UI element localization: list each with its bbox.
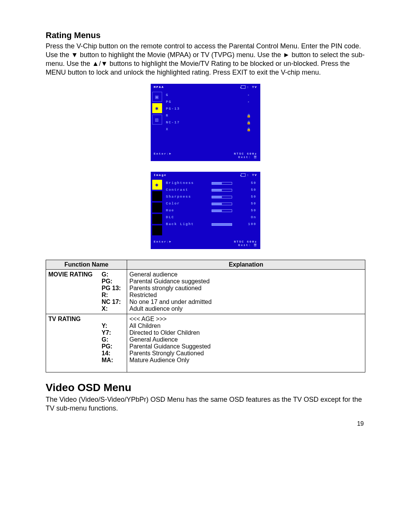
- osd-mpaa-title: MPAA: [154, 85, 164, 89]
- rating-key: X:: [102, 305, 124, 312]
- cell-tv-explanation: <<< AGE >>>All ChildrenDirected to Older…: [127, 314, 365, 372]
- input-icon: [241, 85, 245, 89]
- rating-menus-paragraph: Press the V-Chip button on the remote co…: [46, 42, 365, 77]
- rating-explanation: All Children: [129, 323, 363, 329]
- video-osd-paragraph: The Video (Video/S-Video/YPbPr) OSD Menu…: [46, 395, 365, 413]
- setting-label: Contrast: [166, 188, 201, 192]
- osd-mpaa-enter-hint: Enter:►: [154, 152, 172, 159]
- osd-mpaa-row: R🔒: [166, 112, 256, 119]
- osd-mpaa-row: PG-13: [166, 105, 256, 112]
- rating-explanation: General Audience: [129, 336, 363, 343]
- blank-icon: [152, 225, 162, 235]
- rating-key: 14:: [102, 350, 124, 357]
- lock-icon: 🔒: [241, 128, 256, 132]
- setting-value: 50: [245, 188, 256, 192]
- setting-value: 50: [245, 202, 256, 206]
- rating-menus-heading: Rating Menus: [46, 30, 365, 40]
- osd-image-row: Back Light100: [166, 221, 256, 228]
- rating-explanation: No one 17 and under admitted: [129, 299, 363, 305]
- rating-label: G: [166, 93, 201, 97]
- movie-rating-title: MOVIE RATING: [48, 271, 102, 278]
- slider-bar: [212, 189, 232, 192]
- rating-explanation: Mature Audience Only: [129, 357, 363, 364]
- osd-image-source: : TV: [241, 173, 257, 177]
- rating-key: PG 13:: [102, 285, 124, 292]
- osd-mpaa-row: G-: [166, 92, 256, 99]
- dash-icon: -: [241, 93, 256, 97]
- osd-mpaa-row: X🔒: [166, 126, 256, 133]
- lock-icon: 🔒: [241, 114, 256, 118]
- rating-explanation: Directed to Older Children: [129, 329, 363, 336]
- rating-key: PG:: [102, 278, 124, 285]
- setting-label: Back Light: [166, 222, 201, 226]
- rating-key: Y7:: [102, 329, 124, 336]
- page-number: 19: [46, 420, 365, 427]
- rating-label: NC-17: [166, 121, 201, 125]
- setting-label: Hue: [166, 209, 201, 212]
- rating-explanation: Adult audience only: [129, 305, 363, 312]
- th-explanation: Explanation: [127, 260, 365, 270]
- slider-bar: [212, 223, 232, 226]
- rating-explanation: Parents Strongly Cautioned: [129, 350, 363, 357]
- osd-mpaa-rows: G-PG-PG-13R🔒NC-17🔒X🔒: [164, 90, 260, 151]
- tv-icon: ▣: [152, 92, 162, 102]
- osd-image-row: Brightness50: [166, 180, 256, 187]
- th-function-name: Function Name: [46, 260, 127, 270]
- speaker-icon: ▥: [152, 115, 162, 125]
- osd-image-row: Sharpness50: [166, 193, 256, 200]
- blank-icon: [152, 191, 162, 201]
- rating-explanation: Parental Guidance suggested: [129, 278, 363, 285]
- rating-label: X: [166, 128, 201, 131]
- video-osd-heading: Video OSD Menu: [46, 382, 365, 394]
- osd-image-enter-hint: Enter:►: [154, 240, 172, 247]
- rating-key: NC 17:: [102, 299, 124, 305]
- osd-image-row: DLCOn: [166, 214, 256, 221]
- osd-mpaa-row: NC-17🔒: [166, 119, 256, 126]
- image-icon: ✱: [152, 180, 162, 190]
- age-header: <<< AGE >>>: [129, 316, 363, 323]
- osd-image-iconcol: ✱: [151, 178, 164, 239]
- dash-icon: -: [241, 100, 256, 104]
- rating-key: MA:: [102, 357, 124, 364]
- rating-explanation: General audience: [129, 271, 363, 278]
- osd-image-title: Image: [154, 173, 167, 177]
- slider-bar: [212, 203, 232, 205]
- setting-value: On: [245, 216, 256, 219]
- setting-label: Color: [166, 202, 201, 206]
- osd-mpaa-row: PG-: [166, 99, 256, 105]
- rating-explanation: Parental Guidance Suggested: [129, 343, 363, 350]
- cell-movie-rating: MOVIE RATINGG:PG:PG 13:R:NC 17:X:: [46, 270, 127, 314]
- blank-icon: [152, 203, 162, 212]
- setting-label: Brightness: [166, 181, 201, 185]
- osd-mpaa: MPAA : TV ▣ ✱ ▥ G-PG-PG-13R🔒NC-17🔒X🔒 Ent…: [151, 84, 260, 161]
- rating-explanation: Parents strongly cautioned: [129, 285, 363, 292]
- osd-image-row: Hue50: [166, 207, 256, 214]
- setting-value: 50: [245, 181, 256, 185]
- osd-mpaa-status: NTSC 60Hz Exit: ☰: [234, 152, 257, 159]
- cell-tv-rating: TV RATINGY:Y7:G:PG:14:MA:: [46, 314, 127, 372]
- setting-value: 50: [245, 195, 256, 199]
- setting-label: Sharpness: [166, 195, 201, 199]
- osd-image-rows: Brightness50Contrast50Sharpness50Color50…: [164, 178, 260, 239]
- cell-movie-explanation: General audienceParental Guidance sugges…: [127, 270, 365, 314]
- osd-image: Image : TV ✱ Brightness50Contrast50Sharp…: [151, 172, 260, 249]
- setting-label: DLC: [166, 216, 201, 219]
- rating-key: G:: [102, 271, 124, 278]
- rating-explanation: Restricted: [129, 292, 363, 299]
- slider-bar: [212, 196, 232, 198]
- osd-image-status: NTSC 60Hz Exit: ☰: [234, 240, 257, 247]
- lock-icon: 🔒: [241, 121, 256, 125]
- input-icon: [241, 173, 245, 177]
- setting-value: 50: [245, 209, 256, 212]
- osd-image-row: Color50: [166, 200, 256, 207]
- rating-label: PG: [166, 100, 201, 104]
- lock-icon: ✱: [152, 103, 162, 113]
- blank-icon: [152, 214, 162, 224]
- osd-mpaa-iconcol: ▣ ✱ ▥: [151, 90, 164, 151]
- rating-key: G:: [102, 336, 124, 343]
- function-table: Function Name Explanation MOVIE RATINGG:…: [46, 260, 365, 372]
- rating-key: Y:: [102, 323, 124, 329]
- osd-image-row: Contrast50: [166, 187, 256, 193]
- rating-key: R:: [102, 292, 124, 299]
- rating-label: PG-13: [166, 107, 201, 111]
